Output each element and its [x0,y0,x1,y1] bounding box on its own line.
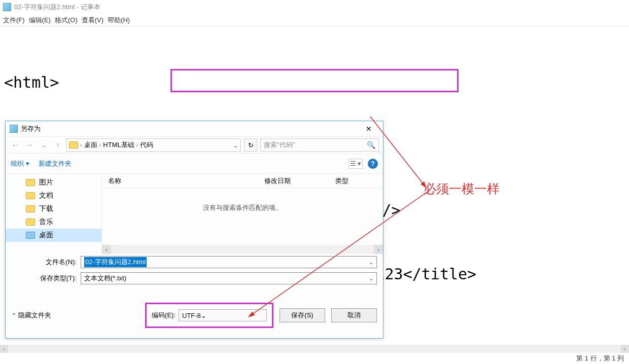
search-icon: 🔍 [367,141,375,149]
chevron-right-icon: › [80,142,82,148]
scroll-left-icon[interactable]: ‹ [0,345,8,353]
scroll-track[interactable] [111,245,374,254]
filename-value: 02-字符集问题2.html [84,257,147,267]
scroll-left-icon[interactable]: ‹ [102,245,111,254]
new-folder-button[interactable]: 新建文件夹 [39,159,72,168]
notepad-titlebar: 02-字符集问题2.html - 记事本 [0,0,629,14]
hscrollbar[interactable]: ‹ › [102,245,383,254]
breadcrumb[interactable]: › 桌面 › HTML基础 › 代码 ⌄ [66,138,241,152]
save-as-dialog: 另存为 ✕ ← → ⌄ ↑ › 桌面 › HTML基础 › 代码 ⌄ ↻ 搜索"… [5,121,383,339]
scroll-right-icon[interactable]: › [621,345,629,353]
chevron-down-icon[interactable]: ⌄ [201,312,206,319]
statusbar: 第 1 行，第 1 列 [576,353,624,364]
menu-view[interactable]: 查看(V) [82,16,103,25]
menu-edit[interactable]: 编辑(E) [29,16,51,25]
sidebar-item-pictures[interactable]: 图片 [6,176,101,189]
savetype-value: 文本文档(*.txt) [84,274,126,283]
savetype-select[interactable]: 文本文档(*.txt) ⌄ [81,272,377,284]
toolbar-row: 组织 ▾ 新建文件夹 ☰ ▾ ? [6,154,383,174]
chevron-down-icon[interactable]: ⌄ [369,259,373,266]
cancel-button[interactable]: 取消 [331,308,377,322]
savetype-row: 保存类型(T): 文本文档(*.txt) ⌄ [6,270,383,286]
sidebar: 图片 文档 下载 音乐 桌面 [6,174,102,254]
empty-message: 没有与搜索条件匹配的项。 [102,188,383,212]
refresh-icon[interactable]: ↻ [244,138,257,152]
title-filename: 02-字符集问题2.html [14,3,75,12]
breadcrumb-seg1[interactable]: 桌面 [84,140,97,150]
encoding-select[interactable]: UTF-8 ⌄ [179,309,267,321]
code-line-1: <html> [4,72,625,93]
file-list[interactable]: 名称 修改日期 类型 没有与搜索条件匹配的项。 ‹ › [102,174,383,254]
filename-row: 文件名(N): 02-字符集问题2.html ⌄ [6,254,383,270]
col-name[interactable]: 名称 [102,176,264,186]
menu-help[interactable]: 帮助(H) [108,16,130,25]
dialog-footer: ⌃ 隐藏文件夹 编码(E): UTF-8 ⌄ 保存(S) 取消 [6,286,383,334]
sidebar-item-desktop[interactable]: 桌面 [6,229,101,242]
folder-icon [26,232,35,239]
help-icon[interactable]: ? [368,159,378,169]
folder-icon [26,219,35,226]
menu-format[interactable]: 格式(O) [55,16,78,25]
dialog-body: 图片 文档 下载 音乐 桌面 名称 修改日期 类型 没有与搜索条件匹配的项。 ‹… [6,174,383,254]
savetype-label: 保存类型(T): [6,274,77,283]
col-type[interactable]: 类型 [335,176,376,186]
chevron-right-icon: › [136,142,138,148]
encoding-label: 编码(E): [152,311,176,320]
menubar: 文件(F) 编辑(E) 格式(O) 查看(V) 帮助(H) [0,14,629,26]
chevron-down-icon[interactable]: ⌄ [369,275,373,282]
notepad-hscrollbar[interactable]: ‹ › [0,345,629,353]
folder-icon [26,179,35,186]
sidebar-item-documents[interactable]: 文档 [6,189,101,202]
annotation-text: 必须一模一样 [424,180,500,197]
filename-label: 文件名(N): [6,258,77,267]
scroll-right-icon[interactable]: › [374,245,383,254]
chevron-right-icon: › [99,142,101,148]
sidebar-item-music[interactable]: 音乐 [6,215,101,229]
up-icon[interactable]: ↑ [52,139,63,151]
forward-icon[interactable]: → [24,139,35,151]
col-date[interactable]: 修改日期 [264,176,335,186]
save-button[interactable]: 保存(S) [279,308,325,322]
search-placeholder: 搜索"代码" [264,140,295,150]
menu-file[interactable]: 文件(F) [3,16,25,25]
encoding-group: 编码(E): UTF-8 ⌄ [145,303,273,328]
back-icon[interactable]: ← [10,139,21,151]
notepad-icon [3,3,11,11]
sidebar-item-downloads[interactable]: 下载 [6,202,101,215]
breadcrumb-seg2[interactable]: HTML基础 [103,140,134,150]
dialog-icon [10,125,18,133]
scroll-track[interactable] [8,345,621,353]
filename-input[interactable]: 02-字符集问题2.html ⌄ [81,256,377,268]
dialog-titlebar[interactable]: 另存为 ✕ [6,121,383,136]
chevron-up-icon: ⌃ [12,312,16,319]
folder-icon [26,205,35,212]
folder-icon [26,192,35,199]
hide-folders-toggle[interactable]: ⌃ 隐藏文件夹 [12,311,51,320]
close-icon[interactable]: ✕ [359,123,379,135]
folder-icon [69,141,78,149]
breadcrumb-seg3[interactable]: 代码 [140,140,153,150]
chevron-down-icon[interactable]: ⌄ [38,139,49,151]
chevron-down-icon[interactable]: ⌄ [233,141,238,149]
list-header: 名称 修改日期 类型 [102,174,383,188]
dialog-title: 另存为 [21,124,41,133]
view-icon[interactable]: ☰ ▾ [348,159,363,169]
organize-button[interactable]: 组织 ▾ [11,159,29,168]
title-app: 记事本 [81,3,100,12]
search-input[interactable]: 搜索"代码" 🔍 [260,138,379,152]
nav-row: ← → ⌄ ↑ › 桌面 › HTML基础 › 代码 ⌄ ↻ 搜索"代码" 🔍 [6,136,383,154]
title-sep: - [75,4,81,11]
